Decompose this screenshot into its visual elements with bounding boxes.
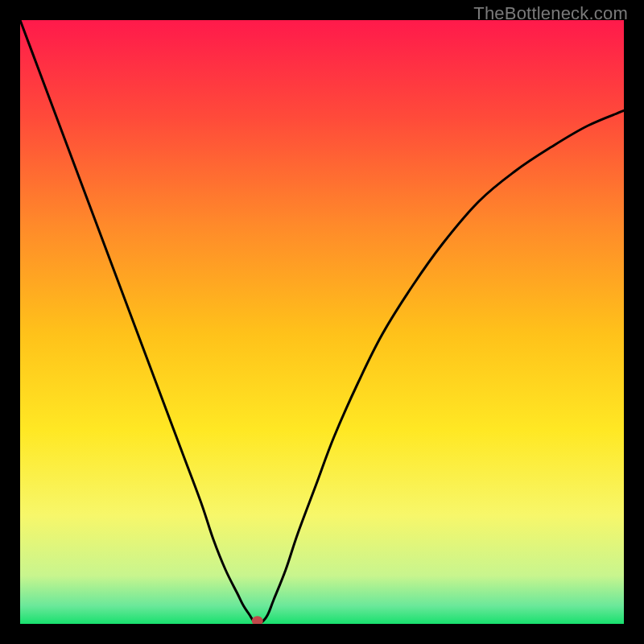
bottleneck-chart [20,20,624,624]
chart-frame: TheBottleneck.com [0,0,644,644]
gradient-background [20,20,624,624]
